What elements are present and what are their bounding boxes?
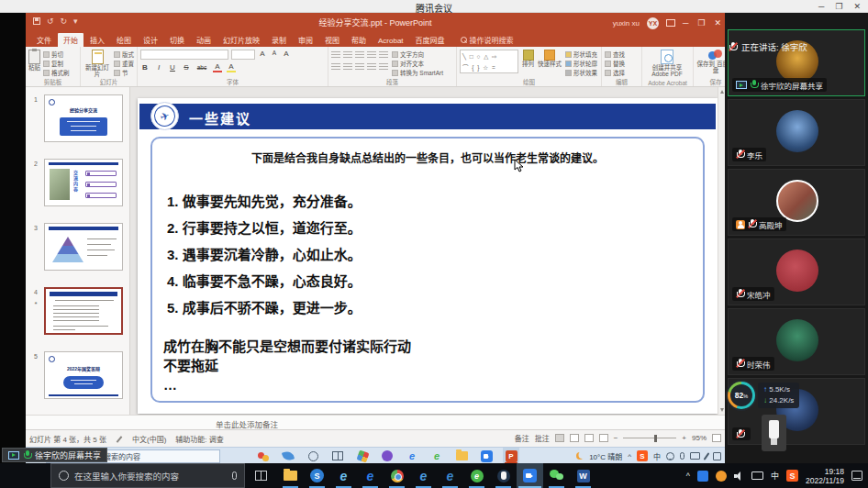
ie-icon[interactable]: e <box>330 463 357 488</box>
tray-chevron-icon[interactable]: ^ <box>686 471 690 481</box>
emoji-panel-icon[interactable] <box>666 452 674 460</box>
sogou-browser-icon[interactable]: S <box>304 463 330 488</box>
tray-clock[interactable]: 19:18 2022/11/19 <box>806 467 844 485</box>
maximize-icon[interactable]: ❐ <box>835 2 842 11</box>
remote-pinwheel-app-icon[interactable] <box>354 448 371 464</box>
ime-settings-icon[interactable] <box>704 452 710 460</box>
soft-keyboard-icon[interactable] <box>690 452 700 460</box>
shrink-font-icon[interactable]: A <box>270 50 279 60</box>
volume-icon[interactable] <box>734 471 744 481</box>
zoom-slider[interactable] <box>623 438 676 438</box>
select-button[interactable]: 选择 <box>605 68 639 77</box>
participant-tile[interactable]: 李乐 <box>728 99 865 166</box>
weather-text[interactable]: 10°C 晴朗 <box>589 451 622 461</box>
sogou-ime-icon[interactable]: S <box>637 450 648 461</box>
participant-tile[interactable]: 高殿坤 <box>728 169 865 236</box>
ribbon-display-options-icon[interactable] <box>666 19 675 27</box>
shape-fill-button[interactable]: 形状填充 <box>565 50 597 59</box>
slide-sorter-view-icon[interactable] <box>570 434 579 442</box>
clear-format-icon[interactable]: A <box>282 50 291 60</box>
participant-tile-share[interactable]: 徐宇欣的屏幕共享 <box>728 29 865 96</box>
minimize-icon[interactable]: ─ <box>818 2 824 11</box>
file-explorer-icon[interactable] <box>277 463 304 488</box>
indent-decrease-icon[interactable] <box>355 51 364 59</box>
tab-help[interactable]: 帮助 <box>346 33 372 47</box>
slide-thumb-1[interactable]: 经验分享交流 <box>44 94 123 142</box>
remote-task-view-icon[interactable] <box>329 448 346 464</box>
ie-window-icon[interactable]: e <box>410 463 437 488</box>
scroll-up-icon[interactable] <box>720 90 724 94</box>
ppt-close-icon[interactable]: ✕ <box>714 18 721 28</box>
notes-pane[interactable]: 单击此处添加备注 <box>26 415 725 429</box>
action-center-icon[interactable] <box>851 471 862 481</box>
strikethrough-button[interactable]: S <box>182 63 191 72</box>
tencent-meeting-icon-active[interactable] <box>517 463 543 488</box>
bullets-icon[interactable] <box>331 51 340 59</box>
remote-app-feather-icon[interactable] <box>280 448 296 464</box>
remote-powerpoint-icon-active[interactable]: P <box>503 448 519 464</box>
highlight-button[interactable]: A <box>227 62 236 72</box>
edge-icon[interactable]: e <box>357 463 384 488</box>
font-size-box[interactable] <box>231 50 255 60</box>
remote-file-explorer-icon[interactable] <box>453 448 470 464</box>
layout-button[interactable]: 版式 <box>114 50 134 59</box>
font-name-box[interactable] <box>140 50 228 60</box>
remote-360-browser-icon[interactable]: e <box>428 448 445 464</box>
voice-input-icon[interactable] <box>680 452 684 460</box>
chrome-icon[interactable] <box>384 463 410 488</box>
word-icon[interactable]: W <box>570 463 596 488</box>
task-view-button[interactable] <box>255 471 267 481</box>
tab-file[interactable]: 文件 <box>31 33 57 47</box>
account-name[interactable]: yuxin xu <box>613 19 640 28</box>
remote-app-colored-icon[interactable] <box>255 448 272 464</box>
normal-view-icon[interactable] <box>555 434 564 442</box>
tell-me-box[interactable]: 操作说明搜索 <box>461 35 514 47</box>
copy-button[interactable]: 复制 <box>43 59 70 68</box>
tab-review[interactable]: 审阅 <box>293 33 318 47</box>
format-painter-button[interactable]: 格式刷 <box>43 68 70 77</box>
italic-button[interactable]: I <box>154 63 163 72</box>
numbering-icon[interactable] <box>343 51 352 59</box>
remote-tray-chevron-icon[interactable]: ^ <box>628 452 631 460</box>
zoom-level[interactable]: 95% <box>692 434 707 442</box>
find-button[interactable]: 查找 <box>605 50 639 59</box>
remote-purple-app-icon[interactable] <box>379 448 395 464</box>
comments-toggle[interactable]: 批注 <box>535 433 550 443</box>
zoom-slider-thumb[interactable] <box>654 435 657 442</box>
tab-insert[interactable]: 插入 <box>84 33 110 47</box>
tray-orange-app-icon[interactable] <box>716 471 727 482</box>
justify-icon[interactable] <box>367 63 376 71</box>
slide-thumb-2[interactable]: 交流内容 <box>44 159 123 206</box>
participant-tile[interactable]: 宋皓冲 <box>728 238 865 305</box>
close-icon[interactable]: ✕ <box>853 2 861 11</box>
zoom-out-icon[interactable]: − <box>614 434 618 442</box>
new-slide-button[interactable]: 新建幻灯片 <box>83 50 111 77</box>
tab-record[interactable]: 录制 <box>266 33 292 47</box>
sogou-tray-icon[interactable]: S <box>786 470 798 482</box>
remote-action-center-icon[interactable] <box>713 452 721 460</box>
tab-animations[interactable]: 动画 <box>191 33 217 47</box>
smartart-button[interactable]: 转换为 SmartArt <box>392 68 443 77</box>
cut-button[interactable]: 剪切 <box>43 50 70 59</box>
slideshow-view-icon[interactable] <box>599 434 608 442</box>
bold-button[interactable]: B <box>140 63 150 72</box>
slide-thumb-5[interactable]: 2022年国奖答辩 <box>44 351 123 399</box>
text-direction-button[interactable]: 文字方向 <box>392 50 443 59</box>
tray-blue-app-icon[interactable] <box>697 471 708 482</box>
tab-draw[interactable]: 绘图 <box>111 33 137 47</box>
columns-icon[interactable] <box>379 63 388 71</box>
language-status[interactable]: 中文(中国) <box>132 434 166 444</box>
touch-keyboard-icon[interactable] <box>751 471 763 480</box>
paste-button[interactable]: 粘贴 <box>28 50 40 77</box>
slide-canvas[interactable]: ✈ 一些建议 下面是结合我自身缺点总结出的一些条目，也可以当作老生常谈的建议。 … <box>138 98 718 414</box>
slide-scrollbar[interactable] <box>718 87 725 415</box>
tab-slideshow[interactable]: 幻灯片放映 <box>217 33 265 47</box>
remote-cortana-icon[interactable] <box>305 448 321 464</box>
scroll-down-icon[interactable] <box>720 408 724 412</box>
shape-effects-button[interactable]: 形状效果 <box>565 68 597 77</box>
reading-view-icon[interactable] <box>584 434 594 442</box>
ie-window-icon[interactable]: e <box>437 463 463 488</box>
shape-outline-button[interactable]: 形状轮廓 <box>565 59 597 68</box>
underline-button[interactable]: U <box>168 63 177 72</box>
slide-thumb-3[interactable] <box>44 223 123 271</box>
